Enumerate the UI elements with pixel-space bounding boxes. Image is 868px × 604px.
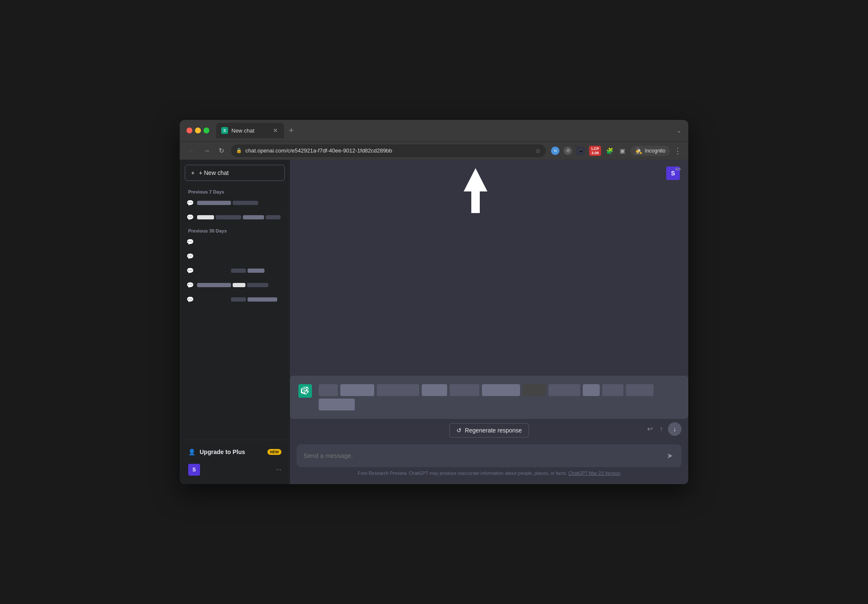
incognito-icon: 🕵 bbox=[635, 147, 642, 154]
list-item[interactable]: 💬 bbox=[183, 211, 287, 224]
ai-message bbox=[290, 376, 688, 419]
close-traffic-light[interactable] bbox=[186, 127, 192, 133]
chat-area: S ✏ bbox=[290, 160, 688, 484]
message-input[interactable] bbox=[303, 452, 662, 459]
tab-close-button[interactable]: ✕ bbox=[272, 127, 279, 134]
input-area: ➤ Free Research Preview. ChatGPT may pro… bbox=[290, 439, 688, 485]
user-icon: 👤 bbox=[188, 449, 195, 455]
action-buttons-row: ↩ ↑ ↓ bbox=[645, 422, 682, 436]
chat-history: Previous 7 Days 💬 💬 bbox=[180, 186, 290, 440]
sidebar-icon[interactable]: ▣ bbox=[618, 147, 626, 155]
thumbs-up-icon[interactable]: ↑ bbox=[658, 424, 665, 435]
list-item[interactable]: 💬 bbox=[183, 264, 287, 277]
chat-header-actions: ✏ bbox=[675, 165, 682, 174]
avatar: S bbox=[188, 464, 200, 476]
chat-text-preview bbox=[197, 297, 277, 302]
browser-menu-button[interactable]: ⋮ bbox=[674, 146, 682, 155]
scroll-down-button[interactable]: ↓ bbox=[668, 422, 682, 436]
main-content: + + New chat Previous 7 Days 💬 💬 bbox=[180, 160, 688, 484]
active-tab[interactable]: S New chat ✕ bbox=[216, 123, 284, 138]
chat-bottom-section: ↺ Regenerate response ↩ ↑ ↓ ➤ bbox=[290, 419, 688, 485]
thumbs-down-icon[interactable]: ↩ bbox=[645, 423, 654, 435]
new-chat-button[interactable]: + + New chat bbox=[185, 165, 285, 181]
section-7days-label: Previous 7 Days bbox=[183, 186, 287, 196]
list-item[interactable]: 💬 bbox=[183, 249, 287, 263]
list-item[interactable]: 💬 bbox=[183, 196, 287, 210]
lock-icon: 🔒 bbox=[236, 148, 242, 153]
url-bar[interactable]: 🔒 chat.openai.com/c/e542921a-f7df-40ee-9… bbox=[231, 144, 546, 157]
extension-icon-1[interactable]: ⏱ bbox=[564, 147, 572, 155]
ai-avatar bbox=[298, 384, 312, 398]
forward-button[interactable]: → bbox=[202, 145, 212, 156]
chat-icon: 💬 bbox=[186, 214, 194, 221]
puzzle-icon[interactable]: 🧩 bbox=[605, 147, 614, 155]
disclaimer-main: Free Research Preview. ChatGPT may produ… bbox=[358, 471, 567, 476]
tab-favicon: S bbox=[221, 127, 228, 134]
new-tab-button[interactable]: + bbox=[286, 125, 297, 137]
browser-window: S New chat ✕ + ⌄ ← → ↻ 🔒 chat.openai.com… bbox=[180, 120, 688, 484]
section-30days-label: Previous 30 Days bbox=[183, 225, 287, 235]
list-item[interactable]: 💬 bbox=[183, 278, 287, 292]
bookmark-icon[interactable]: ☆ bbox=[535, 147, 541, 154]
upgrade-label: Upgrade to Plus bbox=[200, 449, 245, 455]
list-item[interactable]: 💬 bbox=[183, 235, 287, 249]
user-menu-dots-icon[interactable]: ··· bbox=[276, 466, 281, 474]
message-input-wrapper: ➤ bbox=[297, 444, 682, 467]
title-bar: S New chat ✕ + ⌄ bbox=[180, 120, 688, 141]
lcp-badge: LCP3.08 bbox=[589, 146, 601, 156]
ai-response-text bbox=[319, 384, 680, 410]
chat-icon: 💬 bbox=[186, 238, 194, 245]
window-chevron-icon: ⌄ bbox=[676, 127, 682, 134]
traffic-lights bbox=[186, 127, 209, 133]
chat-text-preview bbox=[197, 283, 268, 287]
arrow-stem bbox=[471, 190, 480, 213]
maximize-traffic-light[interactable] bbox=[203, 127, 209, 133]
back-button[interactable]: ← bbox=[186, 145, 197, 156]
openai-logo bbox=[301, 387, 309, 395]
regenerate-response-button[interactable]: ↺ Regenerate response bbox=[449, 423, 529, 438]
sidebar-footer: 👤 Upgrade to Plus NEW S ··· bbox=[180, 440, 290, 484]
chat-text-preview bbox=[197, 269, 264, 273]
chat-icon: 💬 bbox=[186, 296, 194, 303]
plus-icon: + bbox=[191, 169, 195, 176]
chat-icon: 💬 bbox=[186, 267, 194, 274]
tabs-area: S New chat ✕ + bbox=[216, 123, 443, 138]
send-button[interactable]: ➤ bbox=[665, 449, 675, 462]
chat-icon: 💬 bbox=[186, 282, 194, 288]
new-chat-label: + New chat bbox=[199, 169, 228, 176]
address-bar: ← → ↻ 🔒 chat.openai.com/c/e542921a-f7df-… bbox=[180, 141, 688, 160]
regenerate-strip: ↺ Regenerate response ↩ ↑ ↓ bbox=[290, 419, 688, 439]
refresh-button[interactable]: ↻ bbox=[217, 145, 226, 156]
regenerate-icon: ↺ bbox=[456, 427, 462, 434]
upgrade-to-plus-button[interactable]: 👤 Upgrade to Plus NEW bbox=[185, 445, 285, 459]
nord-vpn-icon[interactable]: N bbox=[551, 147, 559, 155]
chat-icon: 💬 bbox=[186, 253, 194, 260]
new-badge: NEW bbox=[267, 449, 281, 455]
url-text: chat.openai.com/c/e542921a-f7df-40ee-901… bbox=[245, 147, 532, 154]
chat-icon: 💬 bbox=[186, 199, 194, 206]
tab-title: New chat bbox=[231, 127, 269, 134]
edit-icon[interactable]: ✏ bbox=[675, 165, 682, 174]
user-message-area: S bbox=[290, 160, 688, 180]
list-item[interactable]: 💬 bbox=[183, 293, 287, 306]
extension-icon-2[interactable]: 📱 bbox=[576, 147, 585, 155]
chat-text-preview bbox=[197, 215, 281, 219]
regenerate-label: Regenerate response bbox=[465, 427, 522, 434]
incognito-area: 🕵 Incognito bbox=[631, 146, 670, 156]
ai-response-container bbox=[290, 376, 688, 419]
chat-text-preview bbox=[197, 201, 258, 205]
browser-extensions: N ⏱ 📱 LCP3.08 🧩 ▣ 🕵 Incognito ⋮ bbox=[551, 146, 682, 156]
minimize-traffic-light[interactable] bbox=[195, 127, 201, 133]
disclaimer-text: Free Research Preview. ChatGPT may produ… bbox=[297, 467, 682, 481]
incognito-label: Incognito bbox=[645, 148, 665, 154]
sidebar: + + New chat Previous 7 Days 💬 💬 bbox=[180, 160, 290, 484]
user-profile-row[interactable]: S ··· bbox=[185, 460, 285, 479]
disclaimer-link[interactable]: ChatGPT Mar 23 Version bbox=[568, 471, 620, 476]
